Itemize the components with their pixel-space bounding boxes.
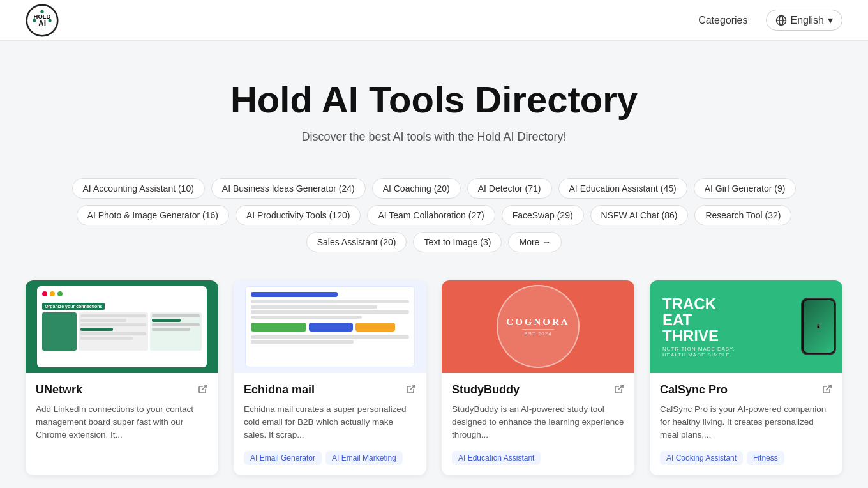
card-title: Echidna mail: [244, 383, 315, 397]
card-body: CalSync ProCalSync Pro is your AI-powere…: [650, 373, 842, 475]
card-title: CalSync Pro: [660, 383, 728, 397]
category-tag[interactable]: AI Coaching (20): [372, 178, 461, 199]
card-tags: AI Email GeneratorAI Email Marketing: [244, 451, 416, 465]
language-selector[interactable]: English ▾: [766, 10, 842, 31]
card-title: StudyBuddy: [452, 383, 520, 397]
svg-point-4: [49, 19, 52, 22]
card-image-calsync: TRACKEATTHRIVE Nutrition Made Easy,Healt…: [650, 280, 842, 373]
globe-icon: [775, 15, 787, 26]
category-tag[interactable]: Text to Image (3): [413, 232, 502, 252]
hero-subtitle: Discover the best AI tools with the Hold…: [13, 130, 855, 144]
card-studybuddy[interactable]: COGNORA EST 2024 StudyBuddyStudyBuddy is…: [442, 280, 634, 475]
svg-line-9: [202, 385, 207, 390]
card-body: UNetwrkAdd LinkedIn connections to your …: [26, 373, 218, 475]
svg-line-10: [410, 385, 415, 390]
card-title-row: UNetwrk: [36, 383, 208, 397]
card-image-studybuddy: COGNORA EST 2024: [442, 280, 634, 373]
card-title-row: CalSync Pro: [660, 383, 832, 397]
external-link-icon[interactable]: [406, 384, 416, 396]
category-tag[interactable]: NSFW AI Chat (86): [590, 205, 689, 225]
svg-text:HOLD: HOLD: [34, 12, 51, 19]
card-body: StudyBuddyStudyBuddy is an AI-powered st…: [442, 373, 634, 475]
card-description: CalSync Pro is your AI-powered companion…: [660, 403, 832, 442]
card-echidna-mail[interactable]: Echidna mailEchidna mail curates a super…: [234, 280, 426, 475]
category-tag[interactable]: AI Girl Generator (9): [694, 178, 797, 199]
card-description: Add LinkedIn connections to your contact…: [36, 403, 208, 442]
header-right: Categories English ▾: [698, 10, 842, 31]
category-tag[interactable]: Research Tool (32): [694, 205, 791, 225]
category-tags-container: AI Accounting Assistant (10)AI Business …: [0, 163, 868, 268]
card-calsync-pro[interactable]: TRACKEATTHRIVE Nutrition Made Easy,Healt…: [650, 280, 842, 475]
category-tag[interactable]: AI Education Assistant (45): [558, 178, 687, 199]
category-tag[interactable]: More →: [508, 232, 562, 252]
svg-text:AI: AI: [38, 19, 46, 28]
card-tag[interactable]: AI Email Generator: [244, 451, 322, 465]
card-title-row: Echidna mail: [244, 383, 416, 397]
card-tag[interactable]: AI Email Marketing: [326, 451, 403, 465]
logo-icon: HOLD AI: [26, 4, 59, 37]
external-link-icon[interactable]: [614, 384, 624, 396]
logo[interactable]: HOLD AI: [26, 4, 59, 37]
svg-line-11: [618, 385, 623, 390]
hero-section: Hold AI Tools Directory Discover the bes…: [0, 41, 868, 163]
card-tag[interactable]: AI Cooking Assistant: [660, 451, 743, 465]
category-tag[interactable]: AI Business Ideas Generator (24): [211, 178, 366, 199]
card-image-unetwrk: Organize your connections: [26, 280, 218, 373]
header: HOLD AI Categories English ▾: [0, 0, 868, 41]
card-tags: AI Education Assistant: [452, 451, 624, 465]
card-description: Echidna mail curates a super personalize…: [244, 403, 416, 442]
category-tag[interactable]: AI Detector (71): [467, 178, 552, 199]
language-label: English: [791, 15, 824, 26]
category-tag[interactable]: AI Productivity Tools (120): [236, 205, 361, 225]
card-tag[interactable]: Fitness: [747, 451, 784, 465]
card-tags: AI Cooking AssistantFitness: [660, 451, 832, 465]
categories-link[interactable]: Categories: [698, 15, 747, 26]
hero-title: Hold AI Tools Directory: [13, 79, 855, 120]
category-tag[interactable]: AI Team Collaboration (27): [367, 205, 495, 225]
chevron-down-icon: ▾: [828, 14, 833, 26]
card-title: UNetwrk: [36, 383, 82, 397]
card-body: Echidna mailEchidna mail curates a super…: [234, 373, 426, 475]
card-title-row: StudyBuddy: [452, 383, 624, 397]
external-link-icon[interactable]: [822, 384, 832, 396]
category-tag[interactable]: FaceSwap (29): [502, 205, 584, 225]
card-unetwrk[interactable]: Organize your connections: [26, 280, 218, 475]
cards-grid: Organize your connections: [0, 268, 868, 488]
card-image-echidna: [234, 280, 426, 373]
svg-point-5: [40, 10, 43, 13]
external-link-icon[interactable]: [198, 384, 208, 396]
category-tag[interactable]: AI Accounting Assistant (10): [72, 178, 205, 199]
category-tag[interactable]: Sales Assistant (20): [306, 232, 407, 252]
svg-line-12: [827, 385, 831, 390]
category-tag[interactable]: AI Photo & Image Generator (16): [77, 205, 229, 225]
card-description: StudyBuddy is an AI-powered study tool d…: [452, 403, 624, 442]
card-tag[interactable]: AI Education Assistant: [452, 451, 541, 465]
svg-point-3: [33, 19, 36, 22]
